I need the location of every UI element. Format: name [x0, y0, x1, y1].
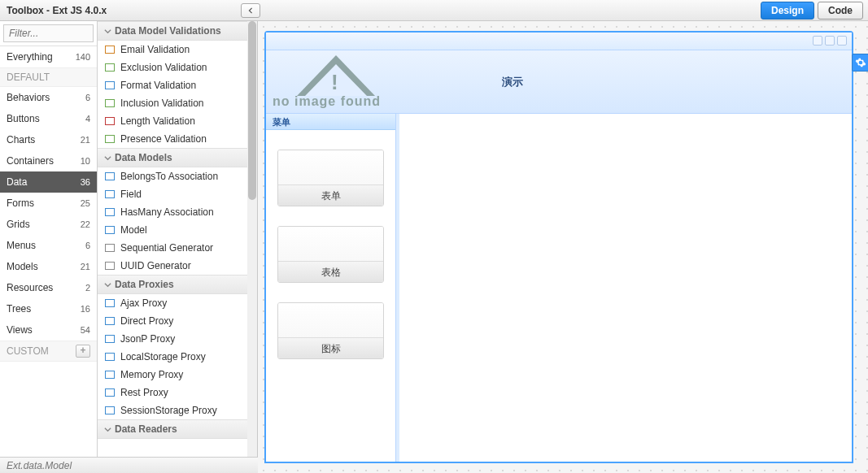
- chevron-down-icon: [104, 28, 111, 35]
- item-label: Direct Proxy: [120, 315, 173, 327]
- menu-card[interactable]: 图标: [277, 302, 384, 359]
- no-image-placeholder: ! no image found: [273, 55, 411, 109]
- toolbox-item[interactable]: SessionStorage Proxy: [98, 401, 257, 419]
- toolbox-item[interactable]: Sequential Generator: [98, 239, 257, 257]
- item-icon: [104, 98, 116, 109]
- chevron-down-icon: [104, 426, 111, 433]
- category-charts[interactable]: Charts21: [0, 129, 97, 150]
- item-icon: [104, 242, 116, 254]
- item-label: Memory Proxy: [120, 369, 183, 380]
- toolbox-item[interactable]: Format Validation: [98, 76, 257, 94]
- item-label: BelongsTo Association: [120, 171, 218, 182]
- item-icon: [104, 133, 116, 145]
- toolbox-item[interactable]: Email Validation: [98, 41, 257, 59]
- content-panel[interactable]: [396, 114, 852, 462]
- filter-input[interactable]: [3, 24, 94, 42]
- item-label: Presence Validation: [120, 133, 207, 145]
- window-button[interactable]: [813, 36, 822, 46]
- toolbox-item[interactable]: BelongsTo Association: [98, 167, 257, 185]
- toolbox-item[interactable]: Presence Validation: [98, 130, 257, 148]
- toolbox-item[interactable]: Direct Proxy: [98, 312, 257, 330]
- category-buttons[interactable]: Buttons4: [0, 108, 97, 129]
- canvas-body: 菜单 表单表格图标: [266, 114, 852, 462]
- category-grids[interactable]: Grids22: [0, 214, 97, 235]
- category-everything[interactable]: Everything140: [0, 46, 97, 67]
- toolbox-title: Toolbox - Ext JS 4.0.x: [7, 5, 107, 16]
- menu-card-label: 表单: [278, 184, 383, 206]
- item-icon: [104, 260, 116, 271]
- toolbox-item[interactable]: Exclusion Validation: [98, 59, 257, 76]
- item-label: HasMany Association: [120, 206, 214, 218]
- toolbox-item[interactable]: LocalStorage Proxy: [98, 348, 257, 366]
- menu-card[interactable]: 表单: [277, 150, 384, 206]
- category-group-custom: CUSTOM+: [0, 341, 97, 362]
- gear-icon: [855, 57, 866, 68]
- window-controls: [813, 36, 847, 46]
- category-containers[interactable]: Containers10: [0, 150, 97, 171]
- menu-card[interactable]: 表格: [277, 226, 384, 283]
- item-icon: [104, 115, 116, 127]
- item-label: SessionStorage Proxy: [120, 405, 217, 416]
- item-label: Format Validation: [120, 80, 196, 91]
- category-behaviors[interactable]: Behaviors6: [0, 87, 97, 108]
- scrollbar[interactable]: [247, 21, 257, 473]
- warning-triangle-icon: !: [297, 55, 375, 96]
- toolbox-item[interactable]: Ajax Proxy: [98, 294, 257, 312]
- window-button[interactable]: [825, 36, 835, 46]
- category-column: Everything140DEFAULTBehaviors6Buttons4Ch…: [0, 21, 98, 473]
- menu-panel: 菜单 表单表格图标: [266, 114, 396, 462]
- item-column: Data Model ValidationsEmail ValidationEx…: [98, 21, 258, 473]
- category-data[interactable]: Data36: [0, 171, 97, 193]
- category-models[interactable]: Models21: [0, 256, 97, 277]
- menu-card-label: 图标: [278, 337, 383, 358]
- window-button[interactable]: [837, 36, 847, 46]
- item-group-header[interactable]: Data Proxies: [98, 275, 257, 294]
- toolbox-item[interactable]: Model: [98, 221, 257, 239]
- item-icon: [104, 224, 116, 236]
- config-gear-button[interactable]: [852, 54, 868, 72]
- chevron-down-icon: [104, 281, 111, 289]
- category-resources[interactable]: Resources2: [0, 277, 97, 298]
- item-icon: [104, 405, 116, 416]
- toolbox-item[interactable]: Rest Proxy: [98, 384, 257, 401]
- item-icon: [104, 297, 116, 309]
- toolbox-item[interactable]: Memory Proxy: [98, 366, 257, 384]
- item-label: Sequential Generator: [120, 242, 213, 254]
- chevron-down-icon: [104, 154, 111, 162]
- item-icon: [104, 189, 116, 200]
- toolbox-item[interactable]: Inclusion Validation: [98, 94, 257, 112]
- filter-wrap: [0, 21, 97, 46]
- code-mode-button[interactable]: Code: [818, 2, 863, 20]
- item-label: Field: [120, 189, 142, 200]
- scrollbar-thumb[interactable]: [248, 21, 256, 200]
- item-icon: [104, 333, 116, 345]
- canvas-header: ! no image found 演示: [266, 50, 852, 114]
- toolbox-item[interactable]: Field: [98, 185, 257, 203]
- toolbox-item[interactable]: UUID Generator: [98, 257, 257, 275]
- canvas-titlebar: [266, 33, 852, 50]
- toolbox-item[interactable]: JsonP Proxy: [98, 330, 257, 348]
- toolbox-item[interactable]: HasMany Association: [98, 203, 257, 221]
- item-label: Exclusion Validation: [120, 62, 207, 73]
- collapse-button[interactable]: [241, 3, 260, 18]
- item-group-header[interactable]: Data Models: [98, 148, 257, 167]
- category-menus[interactable]: Menus6: [0, 235, 97, 256]
- topbar: Toolbox - Ext JS 4.0.x Design Code: [0, 0, 868, 21]
- category-views[interactable]: Views54: [0, 319, 97, 341]
- item-label: Email Validation: [120, 44, 190, 55]
- item-group-header[interactable]: Data Model Validations: [98, 21, 257, 41]
- design-canvas-area: ! no image found 演示 菜单 表单表格图标: [258, 21, 868, 473]
- item-list: Data Model ValidationsEmail ValidationEx…: [98, 21, 257, 439]
- canvas-window[interactable]: ! no image found 演示 菜单 表单表格图标: [264, 31, 853, 463]
- mode-switcher: Design Code: [761, 2, 863, 20]
- toolbox-item[interactable]: Length Validation: [98, 112, 257, 130]
- design-mode-button[interactable]: Design: [761, 2, 814, 20]
- item-icon: [104, 80, 116, 91]
- item-group-header[interactable]: Data Readers: [98, 419, 257, 439]
- add-custom-button[interactable]: +: [76, 345, 90, 358]
- category-trees[interactable]: Trees16: [0, 298, 97, 319]
- chevron-left-icon: [247, 7, 254, 14]
- category-forms[interactable]: Forms25: [0, 193, 97, 214]
- item-label: JsonP Proxy: [120, 333, 175, 345]
- item-icon: [104, 62, 116, 73]
